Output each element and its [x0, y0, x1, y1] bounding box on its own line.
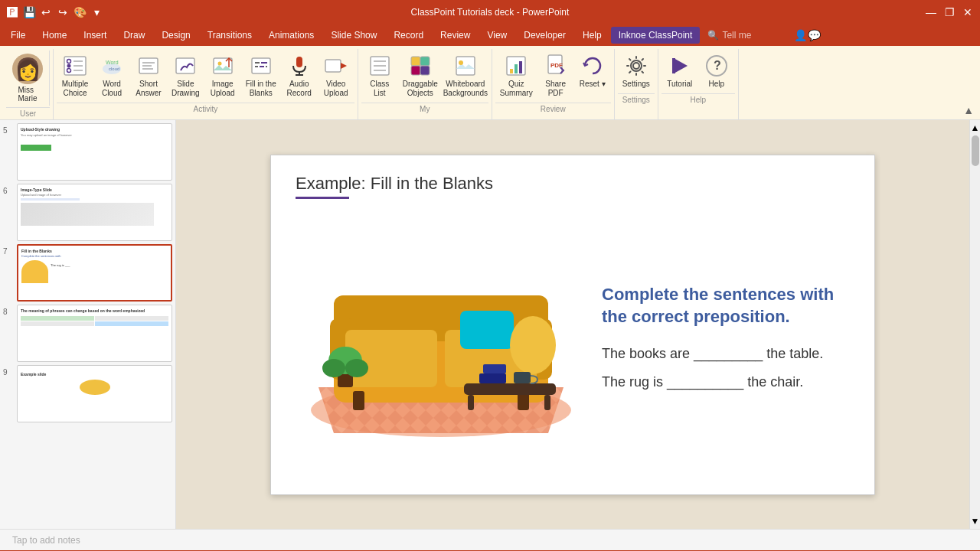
help-button[interactable]: ? Help	[698, 51, 735, 92]
svg-rect-63	[460, 311, 514, 349]
slide5-green-bar	[21, 145, 51, 151]
restore-icon[interactable]: ❐	[943, 6, 956, 18]
slide-thumb-9[interactable]: 9 Example slide	[3, 365, 172, 422]
slide-img-9[interactable]: Example slide	[17, 365, 172, 422]
svg-rect-48	[672, 58, 675, 73]
slide-thumb-8[interactable]: 8 The meaning of phrases can change base…	[3, 305, 172, 362]
more-icon[interactable]: ▾	[90, 6, 103, 18]
tell-me-input[interactable]	[722, 30, 783, 41]
draggable-objects-icon	[408, 54, 433, 78]
main-area: 5 Upload-Style drawing You may upload an…	[0, 120, 980, 529]
slide-thumb-6[interactable]: 6 Image-Type Slide Upload and image of h…	[3, 184, 172, 241]
comments-ribbon-icon[interactable]: 💬	[808, 29, 820, 41]
menu-draw[interactable]: Draw	[116, 27, 152, 44]
user-section: 👩 MissMarie	[6, 51, 50, 106]
customize-icon[interactable]: 🎨	[74, 6, 86, 18]
settings-button[interactable]: Settings	[618, 51, 655, 92]
menu-insert[interactable]: Insert	[76, 27, 114, 44]
save-icon[interactable]: 💾	[23, 6, 35, 18]
menu-home[interactable]: Home	[34, 27, 74, 44]
slide-num-6: 6	[3, 184, 14, 195]
slide-img-6[interactable]: Image-Type Slide Upload and image of how…	[17, 184, 172, 241]
menu-animations[interactable]: Animations	[261, 27, 322, 44]
help-label: Help	[709, 80, 725, 89]
menu-record[interactable]: Record	[386, 27, 431, 44]
image-upload-icon	[211, 54, 235, 78]
redo-icon[interactable]: ↪	[57, 6, 69, 18]
ribbon-settings-label: Settings	[618, 93, 655, 104]
title-bar: 🅿 💾 ↩ ↪ 🎨 ▾ ClassPoint Tutorials deck - …	[0, 0, 980, 24]
slide-img-8[interactable]: The meaning of phrases can change based …	[17, 305, 172, 362]
slide-img-5[interactable]: Upload-Style drawing You may upload an i…	[17, 123, 172, 181]
share-icon[interactable]: 👤	[794, 29, 806, 41]
sentence-1: The books are _________ the table.	[602, 346, 850, 362]
menu-design[interactable]: Design	[154, 27, 198, 44]
ribbon-my-label: My	[361, 103, 488, 113]
menu-help[interactable]: Help	[575, 27, 609, 44]
short-answer-button[interactable]: ShortAnswer	[130, 51, 167, 101]
svg-rect-34	[420, 57, 430, 66]
word-cloud-button[interactable]: Wordcloud WordCloud	[93, 51, 130, 101]
video-upload-button[interactable]: VideoUpload	[318, 51, 354, 101]
share-pdf-button[interactable]: PDF SharePDF	[537, 51, 574, 101]
settings-label: Settings	[622, 80, 650, 89]
scroll-thumb[interactable]	[972, 135, 979, 166]
menu-transitions[interactable]: Transitions	[200, 27, 260, 44]
menu-file[interactable]: File	[3, 27, 33, 44]
tutorial-button[interactable]: Tutorial	[662, 51, 698, 92]
draggable-objects-button[interactable]: DraggableObjects	[398, 51, 443, 101]
word-cloud-icon: Wordcloud	[100, 54, 124, 78]
share-pdf-label: SharePDF	[545, 80, 566, 98]
minimize-icon[interactable]: —	[925, 6, 937, 18]
tell-me-box[interactable]: 🔍	[701, 30, 789, 41]
slide-title-underline	[296, 197, 349, 199]
fill-blanks-button[interactable]: Fill in theBlanks	[241, 51, 281, 101]
ribbon-settings-section: Settings Settings	[615, 49, 658, 119]
scroll-up-button[interactable]: ▲	[970, 120, 980, 135]
undo-icon[interactable]: ↩	[40, 6, 52, 18]
audio-record-icon	[287, 54, 312, 78]
word-cloud-label: WordCloud	[102, 80, 122, 98]
whiteboard-bg-button[interactable]: WhiteboardBackgrounds	[443, 51, 488, 101]
multiple-choice-button[interactable]: MultipleChoice	[57, 51, 93, 101]
svg-rect-40	[510, 69, 513, 73]
class-list-button[interactable]: ClassList	[361, 51, 398, 101]
slide-content-5: Upload-Style drawing You may upload an i…	[18, 124, 172, 180]
svg-point-68	[345, 359, 368, 377]
user-name: MissMarie	[18, 86, 37, 103]
video-upload-icon	[324, 54, 348, 78]
scroll-track	[970, 135, 980, 514]
avatar-image: 👩	[15, 57, 41, 82]
slide-num-5: 5	[3, 123, 14, 135]
svg-rect-69	[464, 383, 556, 395]
menu-classpoint[interactable]: Inknoe ClassPoint	[611, 27, 701, 44]
audio-record-button[interactable]: AudioRecord	[281, 51, 318, 101]
slide-drawing-button[interactable]: SlideDrawing	[167, 51, 204, 101]
vertical-scrollbar[interactable]: ▲ ▼	[969, 120, 980, 529]
slide-thumb-7[interactable]: 7 Fill in the Blanks Complete the senten…	[3, 244, 172, 302]
svg-rect-36	[420, 66, 430, 75]
quiz-summary-button[interactable]: QuizSummary	[495, 51, 537, 101]
notes-bar[interactable]: Tap to add notes	[0, 529, 980, 550]
slide-content-8: The meaning of phrases can change based …	[18, 305, 172, 361]
menu-slideshow[interactable]: Slide Show	[323, 27, 384, 44]
scroll-down-button[interactable]: ▼	[970, 514, 980, 529]
svg-marker-47	[674, 58, 688, 73]
reset-button[interactable]: Reset ▾	[574, 51, 611, 92]
svg-rect-27	[325, 60, 341, 72]
image-upload-button[interactable]: ImageUpload	[204, 51, 241, 101]
menu-developer[interactable]: Developer	[516, 27, 573, 44]
svg-text:cloud: cloud	[109, 67, 119, 71]
svg-text:Word: Word	[106, 60, 119, 65]
svg-rect-71	[544, 395, 550, 410]
svg-text:?: ?	[714, 59, 721, 72]
ribbon-collapse-button[interactable]: ▲	[960, 101, 977, 119]
close-icon[interactable]: ✕	[962, 6, 974, 18]
menu-review[interactable]: Review	[433, 27, 478, 44]
menu-bar: File Home Insert Draw Design Transitions…	[0, 24, 980, 46]
main-slide: Example: Fill in the Blanks	[270, 155, 875, 495]
menu-view[interactable]: View	[479, 27, 514, 44]
slide-thumb-5[interactable]: 5 Upload-Style drawing You may upload an…	[3, 123, 172, 181]
slide-img-7[interactable]: Fill in the Blanks Complete the sentence…	[17, 244, 172, 302]
ribbon-review-section: QuizSummary PDF SharePDF Reset ▾ Review	[492, 49, 615, 119]
